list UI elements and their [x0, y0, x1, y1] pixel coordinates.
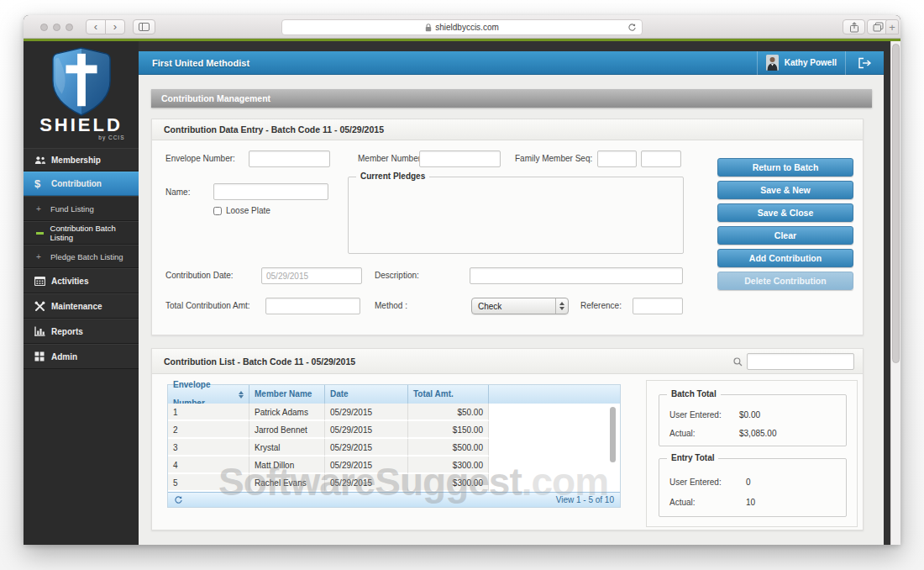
- user-menu[interactable]: Kathy Powell: [757, 51, 845, 75]
- address-bar[interactable]: shieldbyccis.com: [281, 19, 643, 35]
- tabs-icon: [873, 22, 884, 32]
- table-footer: View 1 - 5 of 10: [168, 492, 620, 507]
- add-contribution-button[interactable]: Add Contribution: [717, 249, 853, 267]
- sidebar-toggle-button[interactable]: [133, 19, 155, 34]
- loose-plate-checkbox[interactable]: [213, 207, 222, 215]
- delete-contribution-button[interactable]: Delete Contribution: [717, 272, 853, 290]
- browser-scrollbar[interactable]: [890, 41, 900, 545]
- cell-member: Patrick Adams: [249, 404, 325, 421]
- bar-chart-icon: [34, 326, 51, 336]
- method-select[interactable]: Check: [471, 298, 569, 314]
- select-stepper-icon: [555, 298, 568, 314]
- cell-amount: $50.00: [408, 404, 489, 421]
- url-text: shieldbyccis.com: [435, 23, 499, 32]
- member-number-input[interactable]: [419, 150, 501, 167]
- sidebar-item-label: Activities: [51, 277, 88, 286]
- table-row[interactable]: 3 Krystal Carrington 05/29/2015 $500.00: [168, 439, 620, 457]
- save-and-new-button[interactable]: Save & New: [717, 181, 853, 199]
- loose-plate-label: Loose Plate: [226, 206, 270, 215]
- column-header-date[interactable]: Date: [325, 385, 408, 404]
- cell-date: 05/29/2015: [325, 474, 408, 492]
- data-entry-title: Contribution Data Entry - Batch Code 11 …: [152, 119, 863, 140]
- share-icon: [849, 22, 859, 33]
- page-viewport: SHIELD by CCIS Membership $ Contribution: [24, 41, 900, 545]
- contribution-table: Envelope Number Member Name Date Total A…: [167, 384, 621, 508]
- sidebar-item-pledge-batch-listing[interactable]: + Pledge Batch Listing: [24, 245, 139, 268]
- window-close-button[interactable]: [40, 24, 48, 31]
- reload-button[interactable]: [627, 23, 637, 33]
- window-zoom-button[interactable]: [66, 24, 73, 31]
- browser-toolbar: ‹ › shieldbyccis.com: [24, 15, 900, 39]
- entry-user-entered-label: User Entered:: [669, 478, 722, 487]
- sidebar-item-fund-listing[interactable]: + Fund Listing: [24, 196, 139, 221]
- cell-empty: [489, 421, 620, 439]
- sidebar-item-label: Reports: [51, 327, 83, 336]
- forward-button[interactable]: ›: [105, 19, 125, 34]
- cell-date: 05/29/2015: [325, 439, 408, 457]
- contribution-date-input[interactable]: [261, 267, 362, 284]
- list-search: [733, 353, 854, 370]
- cell-empty: [489, 474, 620, 492]
- contribution-list-title: Contribution List - Batch Code 11 - 05/2…: [164, 356, 355, 367]
- entry-total-fieldset: Entry Total User Entered: 0 Actual: 10: [659, 458, 847, 517]
- column-header-member-name[interactable]: Member Name: [249, 385, 325, 404]
- column-header-envelope-number[interactable]: Envelope Number: [168, 385, 249, 404]
- sidebar-item-activities[interactable]: Activities: [24, 268, 139, 293]
- reference-input[interactable]: [633, 298, 683, 314]
- total-contribution-amt-input[interactable]: [265, 298, 360, 314]
- save-and-close-button[interactable]: Save & Close: [717, 203, 853, 222]
- main-content: Contribution Management Contribution Dat…: [139, 75, 884, 545]
- cell-member: Krystal Carrington: [249, 439, 325, 457]
- column-header-total-amt[interactable]: Total Amt.: [408, 385, 489, 404]
- window-minimize-button[interactable]: [53, 24, 60, 31]
- return-to-batch-button[interactable]: Return to Batch: [717, 158, 853, 177]
- description-input[interactable]: [470, 267, 683, 284]
- share-button[interactable]: [843, 19, 865, 34]
- sidebar-item-admin[interactable]: Admin: [24, 344, 139, 369]
- totals-box: Batch Total User Entered: $0.00 Actual: …: [646, 380, 858, 527]
- browser-scrollbar-thumb[interactable]: [892, 44, 900, 363]
- logo-title: SHIELD: [24, 117, 139, 134]
- table-row[interactable]: 1 Patrick Adams 05/29/2015 $50.00: [168, 404, 620, 421]
- browser-window: ‹ › shieldbyccis.com: [24, 15, 900, 545]
- sidebar-item-contribution-batch-listing[interactable]: Contribution Batch Listing: [24, 221, 139, 245]
- sidebar-item-contribution[interactable]: $ Contribution: [24, 172, 139, 196]
- current-pledges-legend: Current Pledges: [356, 172, 429, 181]
- new-tab-button[interactable]: +: [885, 19, 899, 34]
- sidebar-item-membership[interactable]: Membership: [24, 148, 139, 172]
- logout-button[interactable]: [845, 51, 884, 75]
- avatar: [766, 55, 779, 71]
- table-row[interactable]: 2 Jarrod Bennet 05/29/2015 $150.00: [168, 421, 620, 439]
- cell-date: 05/29/2015: [325, 421, 408, 439]
- cell-envelope: 1: [168, 404, 249, 421]
- family-member-seq-input-2[interactable]: [641, 150, 681, 167]
- entry-actual-label: Actual:: [669, 498, 696, 507]
- table-row[interactable]: 5 Rachel Evans 05/29/2015 $300.00: [168, 474, 620, 492]
- current-pledges-fieldset: Current Pledges: [348, 177, 684, 254]
- cell-empty: [489, 457, 620, 474]
- table-scrollbar-thumb[interactable]: [610, 407, 616, 462]
- name-input[interactable]: [213, 183, 328, 200]
- back-button[interactable]: ‹: [86, 19, 106, 34]
- page-title: Contribution Management: [151, 89, 872, 108]
- user-name: Kathy Powell: [785, 58, 837, 67]
- contribution-list-header: Contribution List - Batch Code 11 - 05/2…: [152, 349, 863, 374]
- method-selected-value: Check: [472, 302, 555, 311]
- search-input[interactable]: [747, 353, 854, 370]
- logo-subtitle: by CCIS: [38, 135, 125, 140]
- sidebar-item-reports[interactable]: Reports: [24, 319, 139, 344]
- name-label: Name:: [165, 187, 190, 197]
- organization-name: First United Methodist: [139, 58, 757, 68]
- sidebar-item-label: Fund Listing: [50, 204, 94, 214]
- family-member-seq-input-1[interactable]: [597, 150, 637, 167]
- method-label: Method :: [375, 301, 407, 310]
- table-header-row: Envelope Number Member Name Date Total A…: [168, 385, 620, 404]
- description-label: Description:: [375, 271, 419, 280]
- sidebar-item-maintenance[interactable]: Maintenance: [24, 293, 139, 319]
- envelope-number-input[interactable]: [249, 150, 330, 167]
- table-row[interactable]: 4 Matt Dillon 05/29/2015 $300.00: [168, 457, 620, 474]
- entry-total-legend: Entry Total: [667, 453, 718, 462]
- plus-icon: +: [36, 204, 50, 214]
- clear-button[interactable]: Clear: [717, 226, 853, 245]
- refresh-grid-button[interactable]: [174, 495, 183, 505]
